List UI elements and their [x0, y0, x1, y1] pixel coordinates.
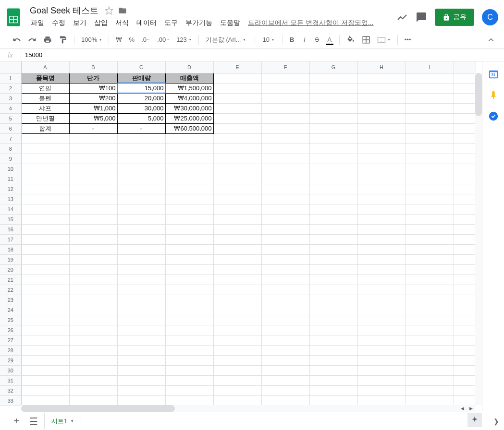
cell-C16[interactable] [117, 224, 165, 234]
fx-icon[interactable]: fx [0, 49, 21, 61]
cell-G12[interactable] [309, 184, 357, 194]
menu-addons[interactable]: 부가기능 [182, 17, 216, 29]
cell-H22[interactable] [357, 285, 406, 295]
cell-A25[interactable] [21, 315, 69, 325]
cell-F13[interactable] [261, 194, 309, 204]
cell-5[interactable] [454, 113, 476, 123]
cell-E23[interactable] [213, 295, 261, 305]
cell-F15[interactable] [261, 214, 309, 224]
cell-H33[interactable] [357, 395, 406, 406]
cell-B4[interactable]: ₩1,000 [69, 103, 117, 113]
cell-G32[interactable] [309, 385, 357, 395]
cell-F11[interactable] [261, 174, 309, 184]
cell-F7[interactable] [261, 133, 309, 143]
cell-G21[interactable] [309, 275, 357, 285]
cell-F23[interactable] [261, 295, 309, 305]
cell-G15[interactable] [309, 214, 357, 224]
cell-F3[interactable] [261, 93, 309, 103]
cell-1[interactable] [454, 73, 476, 83]
cell-C5[interactable]: 5,000 [117, 113, 165, 123]
cell-I30[interactable] [406, 365, 454, 375]
cell-H9[interactable] [357, 154, 406, 164]
cell-A6[interactable]: 합계 [21, 123, 69, 133]
sheets-logo[interactable] [4, 8, 23, 27]
cell-G22[interactable] [309, 285, 357, 295]
cell-C32[interactable] [117, 385, 165, 395]
cell-C17[interactable] [117, 234, 165, 244]
row-header-20[interactable]: 20 [0, 264, 21, 275]
cell-E27[interactable] [213, 335, 261, 345]
cell-F6[interactable] [261, 123, 309, 133]
cell-H31[interactable] [357, 375, 406, 385]
cell-H32[interactable] [357, 385, 406, 395]
cell-B27[interactable] [69, 335, 117, 345]
cell-H14[interactable] [357, 204, 406, 214]
cell-G14[interactable] [309, 204, 357, 214]
cell-D16[interactable] [165, 224, 213, 234]
row-header-22[interactable]: 22 [0, 285, 21, 295]
increase-decimal-button[interactable]: .00→ [154, 34, 172, 46]
cell-A1[interactable]: 품목명 [21, 73, 69, 83]
column-header-last[interactable] [454, 61, 476, 73]
menu-view[interactable]: 보기 [69, 17, 90, 29]
cell-C2[interactable]: 15,000 [117, 83, 165, 93]
cell-B1[interactable]: 단가 [69, 73, 117, 83]
cell-I2[interactable] [406, 83, 454, 93]
cell-27[interactable] [454, 335, 476, 345]
cell-I13[interactable] [406, 194, 454, 204]
cell-E2[interactable] [213, 83, 261, 93]
cell-G11[interactable] [309, 174, 357, 184]
cell-8[interactable] [454, 143, 476, 154]
cell-B14[interactable] [69, 204, 117, 214]
cell-I26[interactable] [406, 325, 454, 335]
cell-B15[interactable] [69, 214, 117, 224]
cell-I18[interactable] [406, 244, 454, 254]
cell-16[interactable] [454, 224, 476, 234]
cell-A32[interactable] [21, 385, 69, 395]
row-header-33[interactable]: 33 [0, 395, 21, 406]
cell-H21[interactable] [357, 275, 406, 285]
cell-G9[interactable] [309, 154, 357, 164]
cell-F19[interactable] [261, 254, 309, 264]
cell-I11[interactable] [406, 174, 454, 184]
cell-B32[interactable] [69, 385, 117, 395]
cell-A31[interactable] [21, 375, 69, 385]
cell-31[interactable] [454, 375, 476, 385]
cell-E4[interactable] [213, 103, 261, 113]
cell-G16[interactable] [309, 224, 357, 234]
merge-cells-button[interactable] [374, 34, 393, 46]
cell-9[interactable] [454, 154, 476, 164]
row-header-17[interactable]: 17 [0, 234, 21, 244]
add-sheet-button[interactable]: + [10, 415, 23, 428]
cell-I25[interactable] [406, 315, 454, 325]
cell-D13[interactable] [165, 194, 213, 204]
cell-C1[interactable]: 판매량 [117, 73, 165, 83]
cell-C20[interactable] [117, 264, 165, 275]
cell-6[interactable] [454, 123, 476, 133]
cell-F29[interactable] [261, 355, 309, 365]
cell-D10[interactable] [165, 164, 213, 174]
font-size-select[interactable]: 10 [259, 34, 278, 46]
italic-button[interactable]: I [299, 34, 310, 46]
bold-button[interactable]: B [286, 34, 298, 46]
cell-H11[interactable] [357, 174, 406, 184]
cell-15[interactable] [454, 214, 476, 224]
more-button[interactable]: ••• [402, 34, 414, 46]
cell-A30[interactable] [21, 365, 69, 375]
cell-A20[interactable] [21, 264, 69, 275]
cell-C9[interactable] [117, 154, 165, 164]
cell-G3[interactable] [309, 93, 357, 103]
cell-I1[interactable] [406, 73, 454, 83]
cell-G7[interactable] [309, 133, 357, 143]
percent-button[interactable]: % [126, 34, 137, 46]
cell-B7[interactable] [69, 133, 117, 143]
cell-H30[interactable] [357, 365, 406, 375]
cell-B33[interactable] [69, 395, 117, 406]
cell-I31[interactable] [406, 375, 454, 385]
cell-B9[interactable] [69, 154, 117, 164]
cell-H29[interactable] [357, 355, 406, 365]
cell-D14[interactable] [165, 204, 213, 214]
cell-D12[interactable] [165, 184, 213, 194]
cell-F1[interactable] [261, 73, 309, 83]
cell-B24[interactable] [69, 305, 117, 315]
